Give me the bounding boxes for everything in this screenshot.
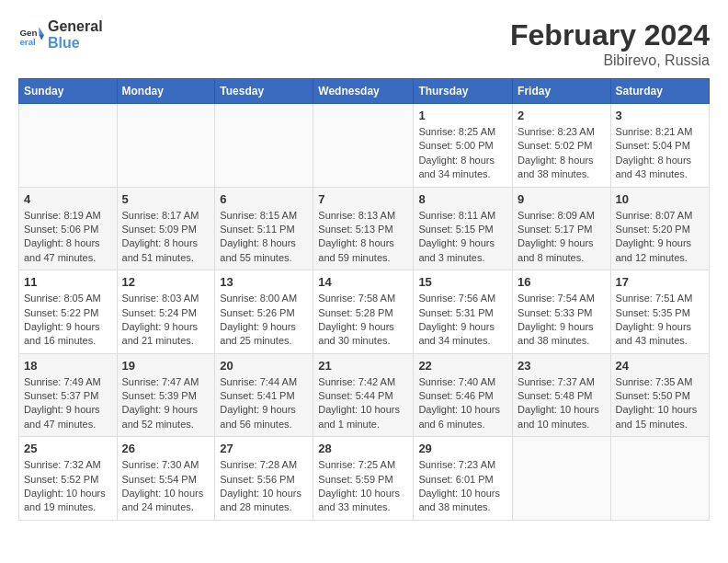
day-number: 2 [518,109,605,122]
day-info: Sunrise: 7:23 AM Sunset: 6:01 PM Dayligh… [418,458,507,515]
day-info: Sunrise: 7:40 AM Sunset: 5:46 PM Dayligh… [418,375,507,432]
calendar-cell: 28Sunrise: 7:25 AM Sunset: 5:59 PM Dayli… [313,437,414,521]
calendar-cell [313,104,414,188]
calendar-cell: 15Sunrise: 7:56 AM Sunset: 5:31 PM Dayli… [414,270,513,354]
day-number: 8 [418,192,507,206]
day-info: Sunrise: 8:00 AM Sunset: 5:26 PM Dayligh… [220,292,308,349]
calendar-cell: 27Sunrise: 7:28 AM Sunset: 5:56 PM Dayli… [215,437,313,521]
header-saturday: Saturday [610,79,709,104]
header-sunday: Sunday [19,79,118,104]
day-number: 18 [24,359,112,373]
day-info: Sunrise: 7:30 AM Sunset: 5:54 PM Dayligh… [122,458,210,515]
day-number: 28 [318,442,408,455]
day-info: Sunrise: 8:23 AM Sunset: 5:02 PM Dayligh… [518,125,605,182]
header-wednesday: Wednesday [313,79,414,104]
calendar-week-row: 4Sunrise: 8:19 AM Sunset: 5:06 PM Daylig… [19,187,710,270]
day-info: Sunrise: 7:58 AM Sunset: 5:28 PM Dayligh… [318,292,408,349]
calendar-cell [513,437,610,521]
calendar-header-row: SundayMondayTuesdayWednesdayThursdayFrid… [19,79,710,104]
calendar-cell: 23Sunrise: 7:37 AM Sunset: 5:48 PM Dayli… [513,353,610,437]
calendar-cell: 3Sunrise: 8:21 AM Sunset: 5:04 PM Daylig… [610,104,709,188]
calendar-cell [610,437,709,521]
calendar-subtitle: Bibirevo, Russia [510,52,710,69]
logo-text: General Blue [48,18,103,51]
day-info: Sunrise: 8:19 AM Sunset: 5:06 PM Dayligh… [24,209,112,266]
day-number: 13 [220,275,308,289]
header-tuesday: Tuesday [215,79,313,104]
calendar-cell: 19Sunrise: 7:47 AM Sunset: 5:39 PM Dayli… [117,353,215,437]
day-info: Sunrise: 8:25 AM Sunset: 5:00 PM Dayligh… [418,125,507,182]
day-number: 27 [220,442,308,455]
day-info: Sunrise: 7:37 AM Sunset: 5:48 PM Dayligh… [518,375,605,432]
day-info: Sunrise: 8:05 AM Sunset: 5:22 PM Dayligh… [24,292,112,349]
day-info: Sunrise: 7:42 AM Sunset: 5:44 PM Dayligh… [318,375,408,432]
calendar-week-row: 18Sunrise: 7:49 AM Sunset: 5:37 PM Dayli… [19,353,710,437]
calendar-cell: 7Sunrise: 8:13 AM Sunset: 5:13 PM Daylig… [313,187,414,270]
calendar-table: SundayMondayTuesdayWednesdayThursdayFrid… [18,78,710,521]
calendar-week-row: 1Sunrise: 8:25 AM Sunset: 5:00 PM Daylig… [19,104,710,188]
calendar-cell: 11Sunrise: 8:05 AM Sunset: 5:22 PM Dayli… [19,270,118,354]
day-number: 12 [122,275,210,289]
calendar-cell: 6Sunrise: 8:15 AM Sunset: 5:11 PM Daylig… [215,187,313,270]
calendar-title: February 2024 [510,18,710,52]
day-number: 16 [518,275,605,289]
calendar-cell: 2Sunrise: 8:23 AM Sunset: 5:02 PM Daylig… [513,104,610,188]
calendar-cell: 16Sunrise: 7:54 AM Sunset: 5:33 PM Dayli… [513,270,610,354]
calendar-cell: 10Sunrise: 8:07 AM Sunset: 5:20 PM Dayli… [610,187,709,270]
calendar-week-row: 11Sunrise: 8:05 AM Sunset: 5:22 PM Dayli… [19,270,710,354]
day-info: Sunrise: 7:35 AM Sunset: 5:50 PM Dayligh… [616,375,704,432]
day-info: Sunrise: 8:21 AM Sunset: 5:04 PM Dayligh… [616,125,704,182]
day-info: Sunrise: 7:47 AM Sunset: 5:39 PM Dayligh… [122,375,210,432]
calendar-cell: 22Sunrise: 7:40 AM Sunset: 5:46 PM Dayli… [414,353,513,437]
calendar-cell: 8Sunrise: 8:11 AM Sunset: 5:15 PM Daylig… [414,187,513,270]
calendar-cell: 5Sunrise: 8:17 AM Sunset: 5:09 PM Daylig… [117,187,215,270]
day-number: 26 [122,442,210,455]
calendar-cell [19,104,118,188]
logo-icon: Gen eral [18,22,44,48]
calendar-cell [215,104,313,188]
day-number: 17 [616,275,704,289]
title-block: February 2024 Bibirevo, Russia [510,18,710,69]
calendar-week-row: 25Sunrise: 7:32 AM Sunset: 5:52 PM Dayli… [19,437,710,521]
calendar-cell: 18Sunrise: 7:49 AM Sunset: 5:37 PM Dayli… [19,353,118,437]
day-info: Sunrise: 8:09 AM Sunset: 5:17 PM Dayligh… [518,209,605,266]
day-number: 5 [122,192,210,206]
day-info: Sunrise: 7:25 AM Sunset: 5:59 PM Dayligh… [318,458,408,515]
header-monday: Monday [117,79,215,104]
calendar-cell [117,104,215,188]
day-info: Sunrise: 8:07 AM Sunset: 5:20 PM Dayligh… [616,209,704,266]
day-number: 19 [122,359,210,373]
day-number: 15 [418,275,507,289]
day-info: Sunrise: 8:13 AM Sunset: 5:13 PM Dayligh… [318,209,408,266]
day-number: 25 [24,442,112,455]
calendar-cell: 20Sunrise: 7:44 AM Sunset: 5:41 PM Dayli… [215,353,313,437]
svg-marker-2 [39,27,44,34]
day-number: 29 [418,442,507,455]
day-number: 6 [220,192,308,206]
svg-marker-3 [39,35,44,40]
calendar-cell: 4Sunrise: 8:19 AM Sunset: 5:06 PM Daylig… [19,187,118,270]
calendar-cell: 24Sunrise: 7:35 AM Sunset: 5:50 PM Dayli… [610,353,709,437]
day-info: Sunrise: 7:51 AM Sunset: 5:35 PM Dayligh… [616,292,704,349]
day-number: 24 [616,359,704,373]
day-number: 1 [418,109,507,122]
header-friday: Friday [513,79,610,104]
logo: Gen eral General Blue [18,18,103,51]
day-info: Sunrise: 7:54 AM Sunset: 5:33 PM Dayligh… [518,292,605,349]
day-number: 11 [24,275,112,289]
day-number: 9 [518,192,605,206]
day-info: Sunrise: 8:17 AM Sunset: 5:09 PM Dayligh… [122,209,210,266]
day-number: 23 [518,359,605,373]
calendar-cell: 29Sunrise: 7:23 AM Sunset: 6:01 PM Dayli… [414,437,513,521]
calendar-cell: 25Sunrise: 7:32 AM Sunset: 5:52 PM Dayli… [19,437,118,521]
header-thursday: Thursday [414,79,513,104]
day-number: 10 [616,192,704,206]
day-number: 14 [318,275,408,289]
calendar-cell: 26Sunrise: 7:30 AM Sunset: 5:54 PM Dayli… [117,437,215,521]
calendar-cell: 9Sunrise: 8:09 AM Sunset: 5:17 PM Daylig… [513,187,610,270]
calendar-cell: 21Sunrise: 7:42 AM Sunset: 5:44 PM Dayli… [313,353,414,437]
day-info: Sunrise: 7:44 AM Sunset: 5:41 PM Dayligh… [220,375,308,432]
day-number: 4 [24,192,112,206]
calendar-cell: 1Sunrise: 8:25 AM Sunset: 5:00 PM Daylig… [414,104,513,188]
day-info: Sunrise: 8:11 AM Sunset: 5:15 PM Dayligh… [418,209,507,266]
